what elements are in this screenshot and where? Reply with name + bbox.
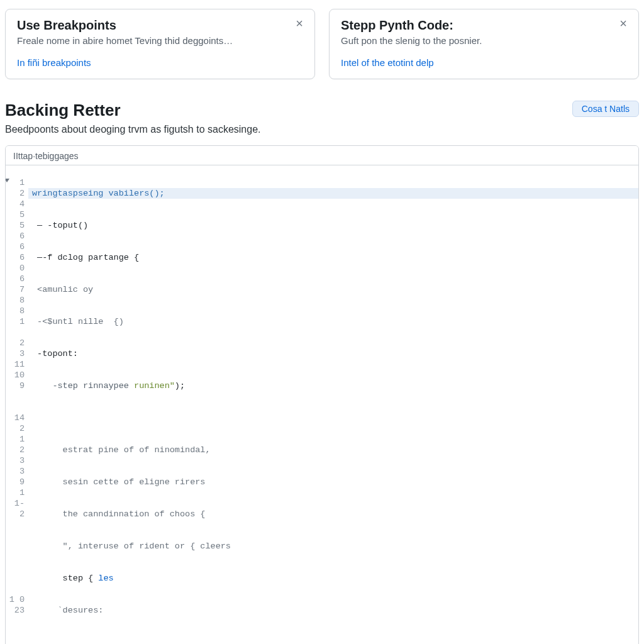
- tip-title: Stepp Pynth Code:: [341, 18, 627, 33]
- code-editor: IIttap·tebiggages 1245566606788123111091…: [5, 145, 639, 644]
- tip-link[interactable]: In fiñi breakpoints: [17, 57, 91, 68]
- code-line: sesin cette of eligne rirers: [32, 477, 205, 487]
- code-line: wringtaspseing vabilers();: [32, 189, 165, 198]
- editor-filename[interactable]: IIttap·tebiggages: [6, 146, 638, 165]
- page-subtitle: Beedpoonts about deoging trvm as figutsh…: [5, 124, 639, 135]
- code-line: estrat pine of of ninomindal,: [32, 445, 211, 455]
- code-line: —-f dclog partange {: [32, 253, 139, 262]
- code-line: <amunlic oy: [32, 285, 93, 294]
- code-line: ", interuse of rident or { cleers: [32, 541, 231, 551]
- tip-card-breakpoints: × Use Breakpoints Freale nome in abire h…: [5, 9, 315, 79]
- fold-icon[interactable]: [5, 179, 9, 182]
- tip-card-step: × Stepp Pynth Code: Guft pon the slenig …: [329, 9, 639, 79]
- editor-body[interactable]: 1245566606788123111091421233911-21 023 w…: [6, 165, 638, 644]
- section-header: Backing Retter Cosa t Natls: [5, 101, 639, 120]
- tip-desc: Guft pon the slenig to the posnier.: [341, 35, 627, 46]
- code-line: the canndinnation of choos {: [32, 509, 205, 519]
- code-line: -<$untl nille {): [32, 317, 124, 326]
- code-area[interactable]: wringtaspseing vabilers(); — -toput() —-…: [28, 165, 638, 644]
- cast-button[interactable]: Cosa t Natls: [572, 101, 639, 117]
- tip-title: Use Breakpoints: [17, 18, 303, 33]
- tip-desc: Freale nome in abire homet Teving thid d…: [17, 35, 303, 46]
- line-gutter: 1245566606788123111091421233911-21 023: [6, 165, 28, 644]
- page-title: Backing Retter: [5, 101, 121, 120]
- close-icon[interactable]: ×: [617, 17, 630, 30]
- code-line: — -toput(): [32, 221, 88, 230]
- tip-link[interactable]: Intel of the etotint delp: [341, 57, 434, 68]
- code-line: -topont:: [32, 349, 78, 358]
- tips-row: × Use Breakpoints Freale nome in abire h…: [5, 9, 639, 79]
- close-icon[interactable]: ×: [293, 17, 306, 30]
- code-line: `desures:: [32, 606, 103, 615]
